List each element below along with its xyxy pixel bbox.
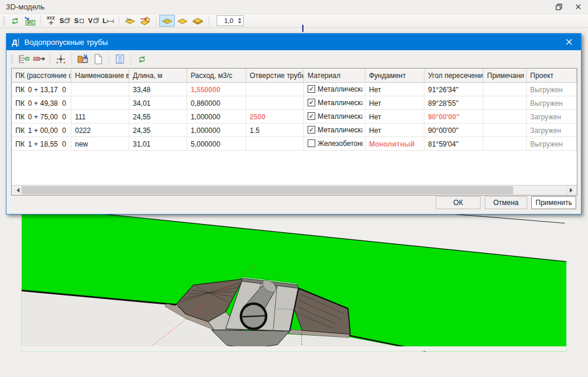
table-row[interactable]: ПК0 + 75,00011124,551,0000002500✓Металли… (12, 110, 577, 124)
cut-slab-button[interactable] (122, 15, 138, 27)
table-cell[interactable]: ✓Металлическая (304, 96, 365, 109)
pick-position-button[interactable] (53, 52, 68, 66)
table-cell[interactable] (484, 137, 527, 150)
table-cell[interactable]: 1,000000 (187, 124, 246, 136)
column-header[interactable]: ПК (расстояние о (12, 69, 71, 82)
import-button[interactable] (75, 52, 90, 66)
table-cell[interactable]: 111 (71, 110, 129, 123)
table-cell[interactable]: ✓Металлическая (304, 83, 365, 96)
report-button[interactable] (112, 52, 128, 66)
table-row[interactable]: ПК1 + 00,000022224,351,0000001.5✓Металли… (12, 124, 577, 137)
apply-button[interactable]: Применить (531, 196, 576, 209)
new-document-button[interactable] (90, 52, 106, 66)
toolbar-grip[interactable] (3, 17, 5, 25)
slab-view-3-button[interactable] (190, 15, 205, 27)
table-cell[interactable]: 89°28'55" (424, 96, 484, 109)
dialog-titlebar[interactable]: Д Водопропускные трубы (6, 34, 581, 50)
table-row[interactable]: ПК0 + 49,38034,010,860000✓МеталлическаяН… (12, 96, 577, 110)
column-header[interactable]: Примечани (484, 69, 527, 82)
table-cell[interactable]: Железобетонная (304, 137, 365, 150)
table-cell[interactable]: ✓Металлическая (304, 124, 365, 136)
material-checkbox[interactable] (308, 139, 315, 147)
export-ifc-button[interactable]: IFC (22, 15, 37, 27)
table-row[interactable]: ПК0 + 13,17033,481,550000✓МеталлическаяН… (12, 83, 577, 96)
column-header[interactable]: Проект (527, 69, 577, 82)
table-cell[interactable]: ПК1 + 18,550 (12, 137, 71, 150)
table-row[interactable]: ПК1 + 18,550new31,015,000000Железобетонн… (12, 137, 577, 151)
add-object-button[interactable] (16, 52, 31, 66)
table-cell[interactable]: Выгружен (527, 137, 577, 150)
remove-object-button[interactable] (31, 52, 47, 66)
close-window-button[interactable] (574, 3, 582, 11)
table-cell[interactable]: 91°26'34" (424, 83, 484, 96)
table-cell[interactable] (484, 96, 527, 109)
table-cell[interactable] (484, 83, 527, 96)
spin-down-icon[interactable] (238, 21, 241, 25)
table-cell[interactable]: Нет (365, 124, 424, 136)
table-cell[interactable] (71, 83, 129, 96)
table-cell[interactable]: Монолитный (365, 137, 424, 150)
table-cell[interactable]: 34,01 (129, 96, 187, 109)
table-cell[interactable]: 1,000000 (187, 110, 246, 123)
table-cell[interactable]: Нет (365, 96, 424, 109)
table-cell[interactable] (484, 110, 527, 123)
dialog-close-button[interactable] (563, 35, 576, 48)
table-cell[interactable] (246, 96, 304, 109)
slab-view-active-button[interactable] (159, 15, 175, 27)
column-header[interactable]: Длина, м (129, 69, 187, 82)
xyz-coordinates-button[interactable]: XYZ (44, 15, 58, 27)
column-header[interactable]: Фундамент (365, 69, 424, 82)
table-cell[interactable]: ПК0 + 13,170 (12, 83, 71, 96)
table-cell[interactable]: 1,550000 (187, 83, 246, 96)
scroll-left-button[interactable] (12, 186, 22, 195)
table-cell[interactable]: Нет (365, 110, 424, 123)
material-checkbox[interactable]: ✓ (308, 99, 315, 106)
column-header[interactable]: Отверстие трубь (246, 69, 304, 82)
restore-window-button[interactable] (555, 3, 563, 11)
table-cell[interactable]: 1.5 (246, 124, 304, 136)
column-header[interactable]: Расход, м3/с (187, 69, 246, 82)
table-cell[interactable] (71, 96, 129, 109)
cancel-button[interactable]: Отмена (485, 196, 527, 209)
spin-up-icon[interactable] (238, 16, 241, 20)
table-cell[interactable]: ПК0 + 49,380 (12, 96, 71, 109)
table-cell[interactable]: 2500 (246, 110, 304, 123)
slab-view-2-button[interactable] (175, 15, 190, 27)
table-cell[interactable]: 81°59'04" (424, 137, 484, 150)
table-cell[interactable]: Нет (365, 83, 424, 96)
table-cell[interactable]: Загружен (527, 124, 577, 136)
table-cell[interactable]: new (71, 137, 129, 150)
surface-volume-button[interactable]: S (58, 15, 72, 27)
table-cell[interactable]: 24,55 (129, 110, 187, 123)
table-cell[interactable]: 90°00'00" (424, 124, 484, 136)
toolbar-grip[interactable] (11, 55, 13, 64)
table-cell[interactable]: 33,48 (129, 83, 187, 96)
table-cell[interactable]: Загружен (527, 110, 577, 123)
table-cell[interactable]: ПК0 + 75,000 (12, 110, 71, 123)
table-cell[interactable]: Выгружен (527, 83, 577, 96)
table-cell[interactable]: Выгружен (527, 96, 577, 109)
cut-plane-button[interactable] (138, 15, 153, 27)
scroll-right-button[interactable] (567, 186, 577, 195)
horizontal-scrollbar[interactable] (12, 185, 577, 195)
length-measure-button[interactable]: L (101, 15, 116, 27)
table-cell[interactable]: 0,860000 (187, 96, 246, 109)
table-cell[interactable]: 24,35 (129, 124, 187, 136)
surface-area-button[interactable]: S (72, 15, 86, 27)
material-checkbox[interactable]: ✓ (308, 126, 315, 134)
table-cell[interactable]: 31,01 (129, 137, 187, 150)
refresh-model-button[interactable] (8, 15, 22, 27)
table-cell[interactable]: ✓Металлическая (304, 110, 365, 123)
scrollbar-thumb[interactable] (22, 186, 513, 194)
table-cell[interactable] (484, 124, 527, 136)
spinner-arrows[interactable] (238, 16, 241, 25)
material-checkbox[interactable]: ✓ (308, 112, 315, 120)
volume-button[interactable]: V (86, 15, 100, 27)
refresh-table-button[interactable] (134, 52, 149, 66)
ok-button[interactable]: ОК (436, 196, 481, 209)
column-header[interactable]: Наименование в (71, 69, 129, 82)
table-cell[interactable]: ПК1 + 00,000 (12, 124, 71, 136)
table-cell[interactable] (246, 83, 304, 96)
table-cell[interactable]: 0222 (71, 124, 129, 136)
material-checkbox[interactable]: ✓ (308, 85, 315, 93)
